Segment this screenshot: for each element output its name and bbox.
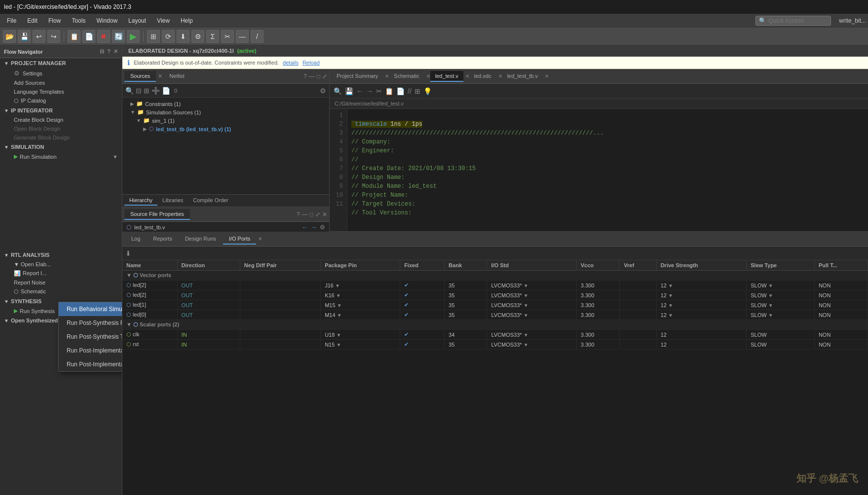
minus-button[interactable]: —: [236, 30, 249, 43]
tab-schematic-close[interactable]: ✕: [426, 73, 430, 79]
dropdown-item-post-synth-timing[interactable]: Run Post-Synthesis Timing Simulation: [59, 330, 122, 344]
tab-schematic[interactable]: Schematic: [389, 71, 424, 82]
src-settings-icon[interactable]: ⚙: [320, 87, 326, 95]
nav-report-noise[interactable]: Report Noise: [0, 278, 122, 287]
file-settings-icon[interactable]: ⚙: [320, 224, 325, 231]
dropdown-item-post-impl-func[interactable]: Run Post-Implementation Functional Simul…: [59, 344, 122, 357]
tab-reports[interactable]: Reports: [147, 234, 178, 245]
menu-tools[interactable]: Tools: [67, 16, 90, 25]
cell-iostd[interactable]: LVCMOS33* ▼: [487, 310, 576, 320]
cell-pin[interactable]: M15 ▼: [321, 300, 400, 310]
open-button[interactable]: 📂: [3, 30, 16, 43]
tab-io-ports-close[interactable]: ✕: [258, 236, 262, 242]
src-collapse-icon[interactable]: ⊟: [136, 87, 142, 95]
code-back-icon[interactable]: ←: [356, 87, 363, 95]
cell-slew[interactable]: SLOW ▼: [747, 281, 815, 290]
nav-run-simulation[interactable]: ▶ Run Simulation ▼: [0, 152, 122, 161]
menu-edit[interactable]: Edit: [22, 16, 42, 25]
src-file-icon[interactable]: 📄: [162, 87, 170, 95]
src-search-icon[interactable]: 🔍: [125, 87, 134, 95]
fpp-help-icon[interactable]: ?: [297, 211, 300, 218]
tree-sim-sources[interactable]: ▼ 📁 Simulation Sources (1): [122, 108, 329, 116]
tab-libraries[interactable]: Libraries: [157, 196, 188, 206]
run-button[interactable]: ▶: [127, 30, 140, 43]
slash-button[interactable]: /: [251, 30, 264, 43]
cell-pin[interactable]: K16 ▼: [321, 290, 400, 300]
cell-slew[interactable]: SLOW ▼: [747, 300, 815, 310]
cell-drive[interactable]: 12 ▼: [656, 281, 747, 290]
quick-access-search[interactable]: 🔍: [755, 16, 831, 26]
nav-ip-catalog[interactable]: ⬡IP Catalog: [0, 96, 122, 106]
tab-compile-order[interactable]: Compile Order: [188, 196, 233, 206]
cell-pin[interactable]: M14 ▼: [321, 310, 400, 320]
code-comment-icon[interactable]: //: [408, 87, 412, 95]
cell-iostd[interactable]: LVCMOS33* ▼: [487, 340, 576, 350]
tab-io-ports[interactable]: I/O Ports: [223, 234, 256, 245]
cell-pin[interactable]: J16 ▼: [321, 281, 400, 290]
src-expand-icon[interactable]: ⊞: [144, 87, 150, 95]
tab-led-test-v[interactable]: led_test.v: [430, 71, 463, 82]
src-add-icon[interactable]: ➕: [151, 87, 160, 95]
info-details-link[interactable]: details: [283, 60, 299, 66]
panel-max-icon[interactable]: □: [317, 73, 320, 80]
tab-netlist[interactable]: Netlist: [163, 71, 190, 82]
file-back-icon[interactable]: ←: [302, 224, 308, 231]
cell-drive[interactable]: 12 ▼: [656, 310, 747, 320]
dropdown-item-post-impl-timing[interactable]: Run Post-Implementation Timing Simulatio…: [59, 357, 122, 371]
code-paste-icon[interactable]: 📄: [396, 87, 405, 95]
refresh-button[interactable]: 🔄: [112, 30, 125, 43]
save-button[interactable]: 💾: [18, 30, 31, 43]
section-simulation[interactable]: ▼ SIMULATION: [0, 142, 122, 152]
tab-project-summary-close[interactable]: ✕: [385, 73, 389, 79]
menu-layout[interactable]: Layout: [123, 16, 151, 25]
grid-button[interactable]: ⊞: [147, 30, 160, 43]
panel-help-icon[interactable]: ?: [303, 73, 307, 80]
tab-led-xdc-close[interactable]: ✕: [498, 73, 502, 79]
panel-expand-icon[interactable]: ⤢: [322, 73, 327, 80]
panel-min-icon[interactable]: —: [309, 73, 315, 80]
tree-constraints[interactable]: ▶ 📁 Constraints (1): [122, 100, 329, 108]
code-save-icon[interactable]: 💾: [345, 87, 353, 95]
file-forward-icon[interactable]: →: [311, 224, 317, 231]
tab-design-runs[interactable]: Design Runs: [179, 234, 222, 245]
quick-access-input[interactable]: [768, 17, 828, 24]
section-rtl[interactable]: ▼ RTL ANALYSIS: [0, 250, 122, 260]
download-button[interactable]: ⬇: [177, 30, 189, 43]
menu-window[interactable]: Window: [91, 16, 122, 25]
code-search-icon[interactable]: 🔍: [334, 87, 342, 95]
tab-file-props[interactable]: Source File Properties: [124, 209, 190, 220]
run-sim-arrow[interactable]: ▼: [113, 154, 118, 160]
menu-help[interactable]: Help: [176, 16, 198, 25]
copy-button[interactable]: 📋: [68, 30, 80, 43]
dropdown-item-behavioral[interactable]: Run Behavioral Simulation: [59, 302, 122, 316]
menu-flow[interactable]: Flow: [43, 16, 66, 25]
tab-sources-close[interactable]: ✕: [158, 73, 162, 79]
cell-slew[interactable]: SLOW ▼: [747, 290, 815, 300]
code-content[interactable]: `timescale 1ns / 1ps ///////////////////…: [347, 109, 868, 231]
sidebar-help-icon[interactable]: ?: [107, 48, 111, 55]
menu-file[interactable]: File: [2, 16, 21, 25]
stop-button[interactable]: ✖: [97, 30, 110, 43]
code-scissors-icon[interactable]: ✂: [376, 87, 382, 95]
nav-language-templates[interactable]: Language Templates: [0, 87, 122, 96]
ioports-toolbar-icon[interactable]: ⬇: [125, 249, 131, 257]
undo-button[interactable]: ↩: [33, 30, 45, 43]
nav-add-sources[interactable]: Add Sources: [0, 78, 122, 87]
section-project-manager[interactable]: ▼ PROJECT MANAGER: [0, 58, 122, 68]
nav-settings[interactable]: ⚙ Settings: [0, 68, 122, 78]
nav-create-block-design[interactable]: Create Block Design: [0, 115, 122, 124]
nav-schematic[interactable]: ⬡Schematic: [0, 287, 122, 296]
tab-project-summary[interactable]: Project Summary: [332, 71, 383, 82]
sigma-button[interactable]: Σ: [206, 30, 219, 43]
code-bulb-icon[interactable]: 💡: [423, 87, 432, 95]
scissors-button[interactable]: ✂: [221, 30, 234, 43]
code-forward-icon[interactable]: →: [366, 87, 373, 95]
tab-hierarchy[interactable]: Hierarchy: [124, 196, 157, 206]
tab-led-test-tb-v[interactable]: led_test_tb.v: [502, 71, 543, 82]
code-copy-icon[interactable]: 📋: [385, 87, 393, 95]
code-uncomment-icon[interactable]: ⊞: [415, 87, 420, 95]
tab-led-test-tb-v-close[interactable]: ✕: [545, 73, 549, 79]
menu-view[interactable]: View: [152, 16, 175, 25]
info-reload-link[interactable]: Reload: [302, 60, 320, 66]
cell-iostd[interactable]: LVCMOS33* ▼: [487, 330, 576, 340]
